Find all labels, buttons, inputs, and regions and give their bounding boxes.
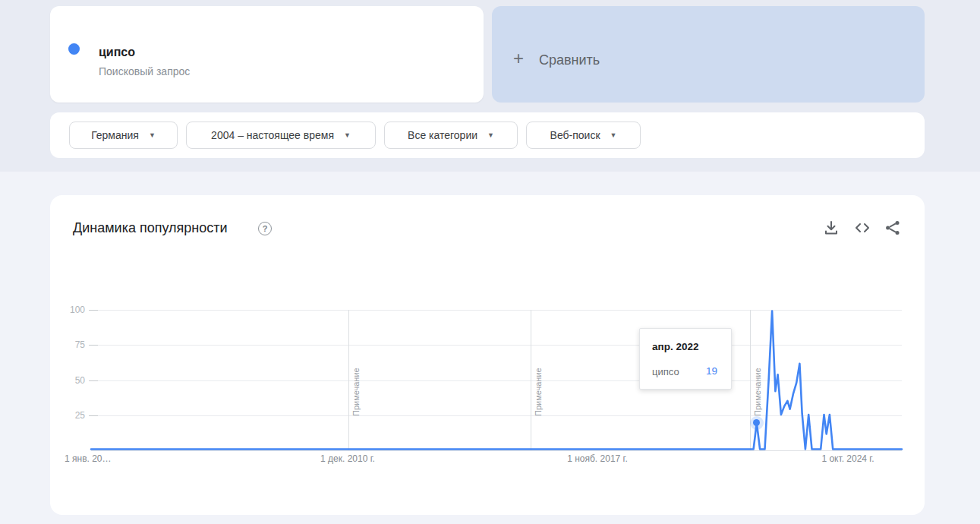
interest-over-time-card: Динамика популярности ? 100 75 50 25 1 я…: [50, 195, 925, 515]
plus-icon: +: [513, 49, 524, 68]
y-axis-tick-label: 25: [58, 410, 85, 421]
tooltip-term: ципсо: [652, 366, 679, 377]
chevron-down-icon: ▼: [149, 132, 156, 139]
search-type-dropdown[interactable]: Веб-поиск ▼: [526, 122, 641, 149]
chevron-down-icon: ▼: [487, 132, 494, 139]
tooltip-date: апр. 2022: [652, 341, 698, 352]
region-dropdown[interactable]: Германия ▼: [69, 122, 178, 149]
category-dropdown-label: Все категории: [408, 129, 477, 141]
x-axis-tick-label: 1 окт. 2024 г.: [802, 453, 893, 464]
y-axis-tick-label: 50: [58, 375, 85, 386]
add-comparison-button[interactable]: + Сравнить: [492, 6, 925, 103]
tooltip-value: 19: [706, 365, 717, 377]
embed-icon[interactable]: [853, 219, 871, 237]
x-axis-tick-label: 1 дек. 2010 г.: [302, 453, 393, 464]
help-icon[interactable]: ?: [258, 222, 272, 235]
search-term-type: Поисковый запрос: [99, 65, 190, 77]
filter-bar: Германия ▼ 2004 – настоящее время ▼ Все …: [50, 112, 925, 158]
region-dropdown-label: Германия: [91, 129, 139, 141]
chart-plot-area[interactable]: Примечание Примечание Примечание: [91, 310, 902, 451]
compare-label: Сравнить: [539, 52, 600, 68]
chart-tooltip: апр. 2022 ципсо 19: [639, 328, 732, 390]
x-axis-tick-label: 1 нояб. 2017 г.: [552, 453, 643, 464]
chevron-down-icon: ▼: [344, 132, 351, 139]
y-axis-tick-label: 75: [58, 339, 85, 350]
share-icon[interactable]: [884, 219, 902, 237]
chart-title: Динамика популярности: [73, 220, 228, 236]
time-range-dropdown[interactable]: 2004 – настоящее время ▼: [186, 122, 376, 149]
series-color-dot-icon: [68, 43, 80, 55]
chevron-down-icon: ▼: [610, 132, 617, 139]
category-dropdown[interactable]: Все категории ▼: [384, 122, 518, 149]
time-range-dropdown-label: 2004 – настоящее время: [211, 129, 334, 141]
x-axis-tick-label: 1 янв. 20…: [65, 453, 112, 464]
series-line: [91, 311, 902, 450]
search-type-dropdown-label: Веб-поиск: [550, 129, 600, 141]
search-term-label: ципсо: [99, 46, 135, 59]
y-axis-tick-label: 100: [58, 305, 85, 315]
search-term-card[interactable]: ципсо Поисковый запрос: [50, 6, 484, 103]
help-question-mark: ?: [263, 224, 268, 233]
download-icon[interactable]: [822, 219, 840, 237]
series-svg: [91, 310, 902, 451]
